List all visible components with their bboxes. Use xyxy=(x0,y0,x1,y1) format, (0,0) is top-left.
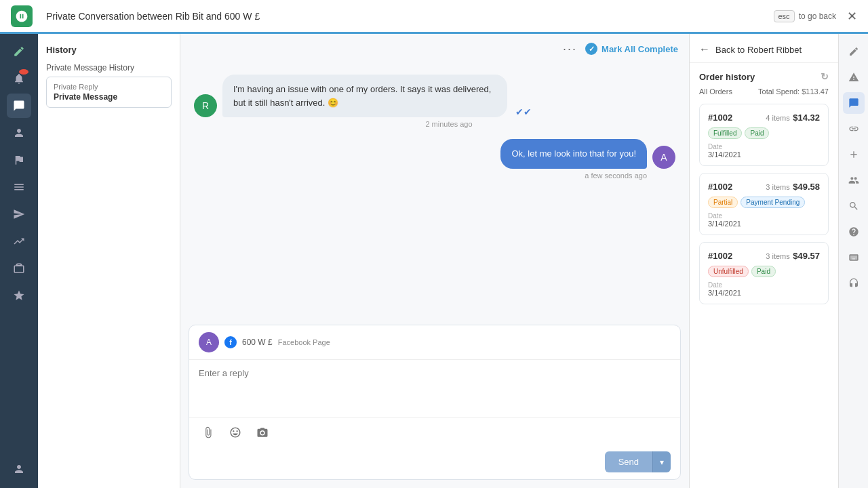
rail-icon-group[interactable] xyxy=(843,169,865,191)
left-nav xyxy=(0,34,38,488)
order-3-amount: $49.57 xyxy=(793,251,820,261)
right-panel-header: ← Back to Robert Ribbet xyxy=(690,34,838,63)
nav-icon-flag[interactable] xyxy=(7,148,31,172)
rail-icon-alert[interactable] xyxy=(843,66,865,88)
rail-icon-search[interactable] xyxy=(843,195,865,217)
order-2-badges: Partial Payment Pending xyxy=(708,197,820,208)
order-3-badges: Unfulfilled Paid xyxy=(708,266,820,277)
nav-icon-send[interactable] xyxy=(7,202,31,226)
message-row-outgoing: A Ok, let me look into that for you! a f… xyxy=(194,139,675,180)
reply-source-name: 600 W £ xyxy=(242,338,273,347)
badge-paid-3: Paid xyxy=(751,266,776,277)
nav-icon-profile[interactable] xyxy=(7,121,31,145)
all-orders-label: All Orders xyxy=(699,87,732,96)
mark-complete-button[interactable]: ✓ Mark All Complete xyxy=(585,43,678,55)
order-1-amount: $14.32 xyxy=(793,113,820,123)
order-card-2[interactable]: #1002 3 items $49.58 Partial Payment Pen… xyxy=(699,173,829,235)
send-btn-group: Send ▾ xyxy=(605,451,671,472)
badge-unfulfilled: Unfulfilled xyxy=(708,266,749,277)
rail-icon-edit[interactable] xyxy=(843,41,865,62)
history-item-label: Private Reply xyxy=(54,83,164,91)
right-icon-rail xyxy=(838,34,868,488)
order-2-date-label: Date xyxy=(708,212,820,220)
nav-icon-star[interactable] xyxy=(7,283,31,308)
emoji-button[interactable] xyxy=(226,423,245,442)
order-1-items: 4 items xyxy=(766,114,789,122)
chat-header-actions: ··· ✓ Mark All Complete xyxy=(563,42,678,56)
order-1-date-label: Date xyxy=(708,143,820,150)
order-2-amount: $49.58 xyxy=(793,182,820,192)
reply-source-type: Facebook Page xyxy=(278,338,330,346)
chat-area: ··· ✓ Mark All Complete R I'm having an … xyxy=(180,34,689,488)
nav-icon-chart[interactable] xyxy=(7,229,31,253)
message-incoming: R I'm having an issue with one of my ord… xyxy=(194,75,675,117)
nav-icon-briefcase[interactable] xyxy=(7,256,31,281)
rail-icon-chat[interactable] xyxy=(843,92,865,114)
order-card-3-header: #1002 3 items $49.57 xyxy=(708,249,820,262)
history-item[interactable]: Private Reply Private Message xyxy=(46,77,172,108)
rail-icon-link[interactable] xyxy=(843,118,865,140)
history-item-name: Private Message xyxy=(54,92,164,102)
message-row-incoming: R I'm having an issue with one of my ord… xyxy=(194,75,675,128)
topbar-esc-hint: esc to go back xyxy=(774,10,837,22)
rail-icon-headset[interactable] xyxy=(843,272,865,294)
reply-box: A f 600 W £ Facebook Page Send xyxy=(189,325,681,480)
order-card-1[interactable]: #1002 4 items $14.32 Fulfilled Paid Date… xyxy=(699,104,829,166)
refresh-icon[interactable]: ↻ xyxy=(821,71,829,82)
rail-icon-help[interactable] xyxy=(843,221,865,243)
reply-textarea[interactable] xyxy=(189,360,680,414)
messages-container: R I'm having an issue with one of my ord… xyxy=(180,64,689,319)
order-card-1-header: #1002 4 items $14.32 xyxy=(708,111,820,123)
rail-icon-add[interactable] xyxy=(843,144,865,165)
order-3-date-label: Date xyxy=(708,281,820,289)
rail-icon-keyboard[interactable] xyxy=(843,247,865,268)
order-card-3[interactable]: #1002 3 items $49.57 Unfulfilled Paid Da… xyxy=(699,242,829,304)
nav-icon-list[interactable] xyxy=(7,175,31,199)
message-bubble-outgoing: Ok, let me look into that for you! xyxy=(500,139,647,169)
nav-icon-alert[interactable] xyxy=(7,66,31,91)
order-3-id: #1002 xyxy=(708,251,732,261)
reply-box-header: A f 600 W £ Facebook Page xyxy=(189,325,680,360)
history-subtitle: Private Message History xyxy=(46,63,172,73)
badge-fulfilled: Fulfilled xyxy=(708,127,742,139)
history-panel: History Private Message History Private … xyxy=(38,34,180,488)
attach-file-button[interactable] xyxy=(199,423,218,442)
camera-button[interactable] xyxy=(253,423,272,442)
topbar: Private Conversation between Rib Bit and… xyxy=(0,0,868,34)
message-bubble-incoming: I'm having an issue with one of my order… xyxy=(222,75,507,117)
close-button[interactable]: ✕ xyxy=(847,10,857,22)
right-panel: ← Back to Robert Ribbet Order history ↻ … xyxy=(689,34,838,488)
order-history-section: Order history ↻ All Orders Total Spend: … xyxy=(690,63,838,319)
message-time-outgoing: a few seconds ago xyxy=(194,171,675,180)
reply-footer: Send ▾ xyxy=(189,447,680,479)
order-2-id: #1002 xyxy=(708,182,732,192)
order-history-title: Order history ↻ xyxy=(699,71,829,82)
send-button[interactable]: Send xyxy=(605,451,652,472)
order-1-badges: Fulfilled Paid xyxy=(708,127,820,139)
order-1-id: #1002 xyxy=(708,113,732,123)
orders-summary: All Orders Total Spend: $113.47 xyxy=(699,87,829,96)
check-circle-icon: ✓ xyxy=(585,43,597,55)
app-logo xyxy=(11,5,33,27)
badge-payment-pending: Payment Pending xyxy=(741,197,805,208)
order-3-items: 3 items xyxy=(766,252,789,260)
sender-avatar: R xyxy=(194,94,217,117)
back-button[interactable]: ← xyxy=(699,43,710,56)
badge-partial: Partial xyxy=(708,197,738,208)
nav-icon-edit[interactable] xyxy=(7,39,31,64)
chat-header: ··· ✓ Mark All Complete xyxy=(180,34,689,64)
topbar-title: Private Conversation between Rib Bit and… xyxy=(46,11,774,22)
badge-paid: Paid xyxy=(745,127,769,139)
nav-icon-user-bottom[interactable] xyxy=(7,457,31,481)
history-title: History xyxy=(46,45,172,55)
order-3-date: 3/14/2021 xyxy=(708,289,820,297)
read-check-icon: ✔✔ xyxy=(515,106,532,117)
order-card-2-header: #1002 3 items $49.58 xyxy=(708,180,820,192)
send-dropdown-button[interactable]: ▾ xyxy=(652,451,671,472)
esc-badge: esc xyxy=(774,10,795,22)
more-options-button[interactable]: ··· xyxy=(563,42,577,56)
go-back-label: to go back xyxy=(799,12,836,21)
nav-icon-chat[interactable] xyxy=(7,94,31,118)
mark-complete-label: Mark All Complete xyxy=(601,44,678,54)
order-1-date: 3/14/2021 xyxy=(708,150,820,159)
